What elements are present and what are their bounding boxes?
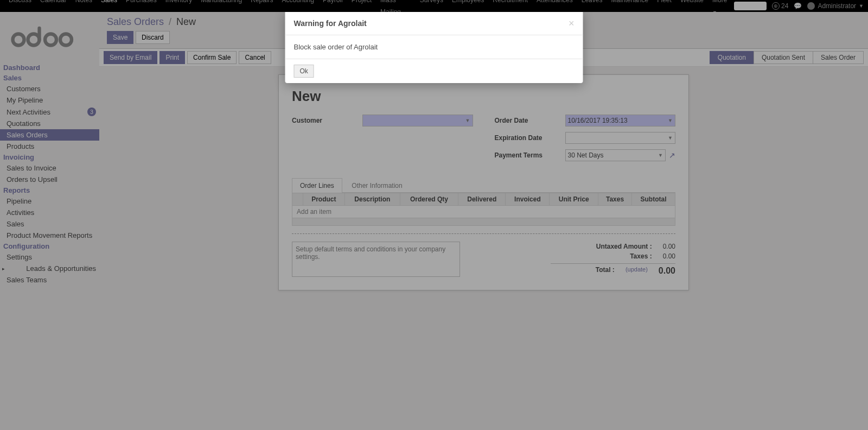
ok-button[interactable]: Ok: [294, 65, 314, 78]
modal-body: Block sale order of Agrolait: [285, 35, 583, 59]
warning-modal: Warning for Agrolait × Block sale order …: [285, 12, 583, 83]
modal-title: Warning for Agrolait: [294, 19, 367, 28]
close-icon[interactable]: ×: [569, 18, 575, 28]
